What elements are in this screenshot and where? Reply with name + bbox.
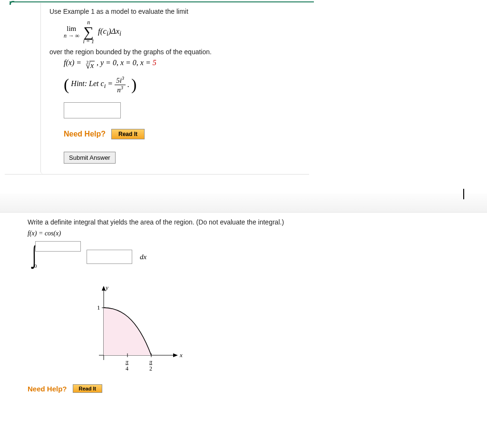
svg-text:π: π xyxy=(149,359,153,365)
read-it-button[interactable]: Read It xyxy=(111,129,145,139)
lim-label: lim xyxy=(67,25,76,33)
separator-band xyxy=(0,194,487,213)
dx-label: dx xyxy=(140,253,146,261)
need-help-label: Need Help? xyxy=(28,385,67,393)
integrand-input[interactable] xyxy=(87,250,132,264)
q2-need-help-row: Need Help? Read It xyxy=(28,384,475,393)
hint-eq: = xyxy=(106,79,113,88)
q1-over-text: over the region bounded by the graphs of… xyxy=(49,48,301,56)
cube-root: 3 √ x xyxy=(83,61,95,71)
text-cursor xyxy=(463,189,464,199)
q1-need-help-row: Need Help? Read It xyxy=(64,129,301,139)
q1-limit-expression: lim n → ∞ n ∑ i = 1 f(ci)Δxi xyxy=(49,15,301,48)
fx-red-value: 5 xyxy=(153,58,156,67)
lower-limit: 0 xyxy=(34,263,37,269)
upper-limit-input[interactable] xyxy=(35,241,81,252)
frac-den-base: n xyxy=(117,86,121,94)
hint-text-a: Let c xyxy=(87,79,104,88)
question-2: Write a definite integral that yields th… xyxy=(28,218,475,393)
right-paren: ) xyxy=(131,76,136,94)
q1-hint: ( Hint: Let ci = 5i3 n3 . ) xyxy=(64,76,301,94)
q1-function-line: f(x) = 3 √ x , y = 0, x = 0, x = 5 xyxy=(64,58,301,71)
x-axis-label: x xyxy=(179,351,183,359)
y-axis-label: y xyxy=(105,284,108,291)
x-tick-1-label: π 4 xyxy=(126,359,129,372)
summand-part-b: )Δx xyxy=(108,27,119,36)
frac-num-base: 5i xyxy=(116,77,122,84)
root-index: 3 xyxy=(86,60,88,65)
summand-part-a: f(c xyxy=(98,27,107,36)
q1-instruction: Use Example 1 as a model to evaluate the… xyxy=(49,8,301,15)
sigma-operator: n ∑ i = 1 xyxy=(83,20,94,44)
fx-rhs: , y = 0, x = 0, x = xyxy=(97,58,153,67)
radicand: x xyxy=(89,61,95,70)
frac-den-sup: 3 xyxy=(121,85,123,90)
summand-sub-2: i xyxy=(119,29,121,37)
summand: f(ci)Δxi xyxy=(98,27,121,38)
question-1: Use Example 1 as a model to evaluate the… xyxy=(5,1,309,175)
svg-text:4: 4 xyxy=(126,365,128,372)
frac-num-sup: 3 xyxy=(122,76,124,81)
y-axis-arrow xyxy=(102,286,106,291)
q2-function: f(x) = cos(x) xyxy=(28,230,475,237)
integral-symbol-block: 0 xyxy=(28,244,41,270)
submit-answer-button[interactable]: Submit Answer xyxy=(64,152,116,164)
top-left-corner xyxy=(10,1,14,5)
svg-point-1 xyxy=(31,267,33,269)
submit-row: Submit Answer xyxy=(64,152,301,164)
hint-label: Hint: xyxy=(71,79,87,88)
y-tick-1-label: 1 xyxy=(97,304,100,311)
limit-operator: lim n → ∞ xyxy=(64,25,79,39)
read-it-button[interactable]: Read It xyxy=(73,384,103,393)
x-tick-2-label: π 2 xyxy=(149,359,153,372)
sigma-lower: i = 1 xyxy=(83,39,94,44)
hint-fraction: 5i3 n3 xyxy=(115,76,126,94)
q1-answer-input[interactable] xyxy=(64,102,121,118)
sigma-symbol: ∑ xyxy=(84,25,94,39)
svg-text:π: π xyxy=(126,359,129,365)
fx-lhs: f(x) = xyxy=(64,58,83,67)
q2-graph: y x 1 π 4 π 2 xyxy=(75,279,475,376)
hint-period: . xyxy=(127,80,129,89)
lim-subscript: n → ∞ xyxy=(64,33,79,39)
svg-text:2: 2 xyxy=(149,365,152,372)
shaded-region xyxy=(104,308,151,355)
x-axis-arrow xyxy=(173,353,178,357)
need-help-label: Need Help? xyxy=(64,130,106,138)
question-1-body: Use Example 1 as a model to evaluate the… xyxy=(40,3,309,174)
left-paren: ( xyxy=(64,76,69,94)
integral-expression: 0 dx xyxy=(28,244,475,270)
q2-instruction: Write a definite integral that yields th… xyxy=(28,218,475,226)
